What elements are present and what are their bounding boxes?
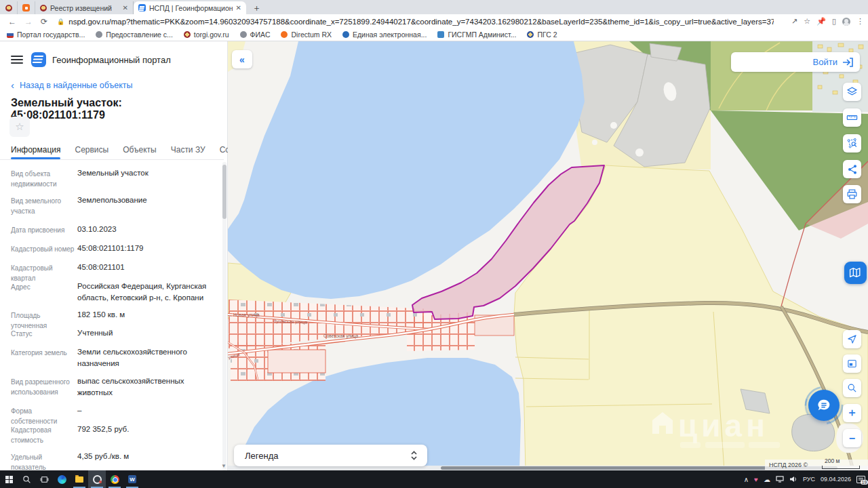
tab-nspd-active[interactable]: НСПД | Геоинформационный п ✕: [134, 1, 246, 14]
tab-close-icon[interactable]: ✕: [236, 4, 241, 12]
location-arrow-icon: [847, 334, 857, 344]
ruler-button[interactable]: [843, 108, 861, 127]
start-button[interactable]: [0, 470, 18, 488]
property-row: Кадастровая стоимость792 352,5 руб.: [11, 424, 214, 445]
tab-obekty[interactable]: Объекты: [123, 145, 157, 159]
crest-favicon-icon: [40, 5, 47, 12]
network-icon[interactable]: [776, 476, 784, 483]
zoom-out-button[interactable]: −: [843, 429, 861, 447]
reading-list-icon[interactable]: ▯: [832, 17, 836, 26]
pinned-tab-1[interactable]: [0, 1, 18, 14]
back-to-results-link[interactable]: ‹ Назад в найденные объекты: [11, 81, 132, 90]
tray-expand-icon[interactable]: ∧: [744, 476, 749, 483]
task-view-icon: [40, 475, 49, 484]
support-chat[interactable]: [804, 385, 844, 426]
new-tab-button[interactable]: ＋: [252, 3, 261, 12]
extensions-pin-icon[interactable]: 📌: [816, 17, 826, 26]
chat-button[interactable]: [808, 390, 840, 421]
directum-icon: [281, 31, 288, 38]
tab-chasti-zu[interactable]: Части ЗУ: [171, 145, 205, 159]
pinned-tab-2[interactable]: [18, 1, 35, 14]
scrollbar-down-arrow[interactable]: ▼: [221, 463, 226, 469]
orange-favicon-icon: [22, 4, 30, 12]
layers-button[interactable]: [843, 83, 861, 101]
taskbar-search-button[interactable]: [18, 470, 35, 488]
area-search-icon: [846, 138, 858, 149]
tab-informaciya[interactable]: Информация: [11, 145, 60, 159]
system-tray: ∧ ♥ ☁ РУС 09.04.2026 19: [744, 470, 865, 488]
globe-icon: [96, 31, 102, 38]
sidebar-scrollbar[interactable]: [222, 162, 226, 470]
taskbar-active-app[interactable]: [88, 470, 106, 488]
bookmark-item[interactable]: ФИАС: [240, 30, 271, 39]
map-area[interactable]: Новая улица Луговская улица Советская ул…: [228, 41, 868, 470]
globe-icon: [240, 31, 247, 38]
property-row: СтатусУчтенный: [11, 327, 214, 339]
share-icon: [847, 164, 858, 175]
login-button[interactable]: Войти: [731, 52, 860, 72]
area-search-button[interactable]: [843, 134, 861, 152]
search-circle-button[interactable]: [843, 379, 861, 397]
search-icon: [22, 475, 31, 484]
share-button[interactable]: [843, 160, 861, 178]
basemap-button[interactable]: [844, 262, 867, 284]
pgs-icon: [527, 31, 534, 38]
map-canvas[interactable]: Новая улица Луговская улица Советская ул…: [228, 41, 868, 470]
sidebar-collapse-button[interactable]: «: [232, 50, 252, 68]
forward-icon[interactable]: →: [24, 17, 33, 26]
bookmark-item[interactable]: Единая электронная...: [342, 30, 427, 39]
tab-close-icon[interactable]: ✕: [123, 4, 128, 12]
taskbar-chrome[interactable]: [106, 470, 123, 488]
locate-button[interactable]: [843, 330, 861, 348]
minimap-button[interactable]: [843, 354, 861, 373]
svg-text:Новая улица: Новая улица: [233, 312, 260, 318]
taskbar-explorer[interactable]: [71, 470, 88, 488]
favorite-star-button[interactable]: ☆: [9, 117, 30, 137]
taskbar-edge[interactable]: [53, 470, 71, 488]
volume-icon[interactable]: [789, 476, 797, 483]
folder-icon: [75, 476, 83, 483]
edge-icon: [58, 475, 66, 484]
taskbar-word[interactable]: W: [123, 470, 141, 488]
chevron-left-icon: ‹: [11, 81, 14, 89]
svg-text:Советская улица: Советская улица: [323, 333, 358, 339]
tab-reestr[interactable]: Реестр извещений ✕: [35, 1, 134, 14]
property-row: Вид разрешенного использованиявыпас сель…: [11, 375, 214, 398]
action-center-icon[interactable]: 19: [856, 476, 865, 483]
print-button[interactable]: [843, 185, 861, 203]
scrollbar-thumb[interactable]: [222, 165, 226, 219]
language-indicator[interactable]: РУС: [803, 476, 815, 483]
taskbar: W ∧ ♥ ☁ РУС 09.04.2026 19: [0, 470, 868, 488]
reload-icon[interactable]: ⟳: [41, 17, 47, 26]
legend-bar[interactable]: Легенда: [234, 445, 427, 466]
property-row: Вид земельного участкаЗемлепользование: [11, 195, 214, 216]
bookmark-item[interactable]: Портал государств...: [7, 30, 85, 39]
task-view-button[interactable]: [35, 470, 53, 488]
profile-avatar[interactable]: [842, 18, 850, 26]
menu-kebab-icon[interactable]: ⋮: [856, 17, 864, 26]
onedrive-cloud-icon[interactable]: ☁: [764, 476, 770, 483]
bookmark-item[interactable]: ГИСГМП Админист...: [437, 30, 516, 39]
sidebar-header: Геоинформационный портал: [0, 51, 228, 68]
tab-servisy[interactable]: Сервисы: [75, 145, 108, 159]
word-icon: W: [128, 475, 136, 483]
minimap-icon: [847, 359, 857, 369]
app-c-icon: [93, 475, 102, 484]
geoportal-logo: [31, 52, 46, 67]
bookmark-item[interactable]: Directum RX: [281, 30, 332, 39]
bookmark-star-icon[interactable]: ☆: [804, 17, 810, 26]
url-input[interactable]: nspd.gov.ru/map?thematic=PKK&zoom=14.960…: [68, 18, 774, 26]
printer-icon: [846, 188, 858, 200]
bookmark-item[interactable]: torgi.gov.ru: [184, 30, 229, 39]
tray-heart-icon[interactable]: ♥: [754, 476, 758, 483]
scale-label: 200 м: [825, 458, 840, 464]
app-title: Геоинформационный портал: [52, 55, 171, 65]
clock-date[interactable]: 09.04.2026: [821, 476, 851, 483]
bookmark-item[interactable]: Предоставление с...: [96, 30, 172, 39]
share-icon[interactable]: ↗: [791, 17, 797, 26]
zoom-in-button[interactable]: ＋: [843, 404, 861, 422]
bookmark-item[interactable]: ПГС 2: [527, 30, 557, 39]
bookmarks-bar: Портал государств... Предоставление с...…: [0, 28, 868, 41]
back-icon[interactable]: ←: [8, 17, 16, 26]
hamburger-menu-icon[interactable]: [11, 56, 23, 64]
